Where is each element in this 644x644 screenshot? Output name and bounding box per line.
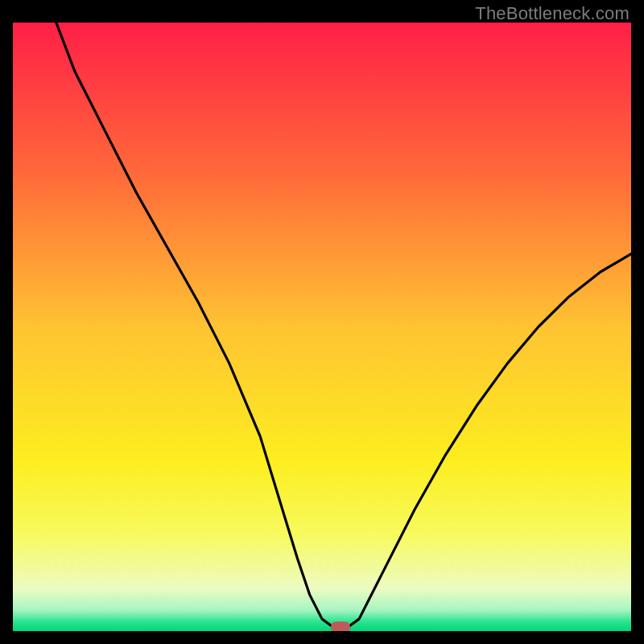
bottleneck-chart: [13, 23, 631, 631]
watermark-text: TheBottleneck.com: [475, 3, 630, 24]
optimal-marker: [331, 621, 350, 631]
chart-frame: [13, 23, 631, 631]
